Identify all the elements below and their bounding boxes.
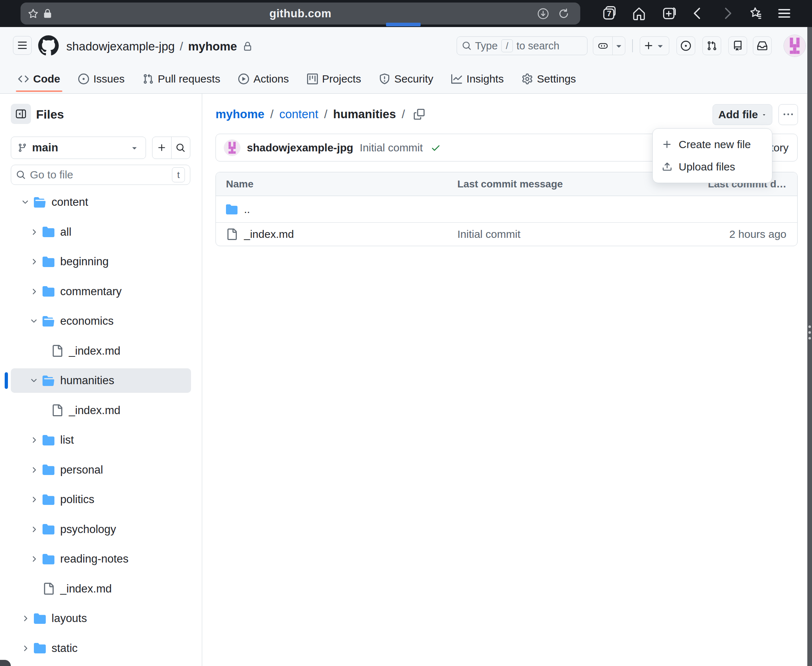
tab-projects[interactable]: Projects <box>307 64 361 93</box>
file-row-[interactable]: .. <box>216 196 797 223</box>
menu-item-create-new-file[interactable]: Create new file <box>653 134 772 156</box>
global-search-button[interactable]: Type / to search <box>457 36 588 55</box>
user-avatar[interactable] <box>784 35 806 57</box>
folder-icon <box>43 464 54 476</box>
repo-name-link[interactable]: myhome <box>188 40 237 53</box>
copy-path-button[interactable] <box>414 109 425 120</box>
url-text[interactable]: github.com <box>21 7 580 20</box>
scrollbar-handle[interactable] <box>809 325 811 340</box>
new-file-button[interactable] <box>152 137 171 158</box>
bookmarks-list-icon[interactable] <box>748 5 764 21</box>
chevron-right-icon[interactable] <box>30 436 38 444</box>
tree-item-content-0[interactable]: content <box>11 190 191 214</box>
chevron-down-icon[interactable] <box>21 198 30 206</box>
main-content: myhome / content / humanities / Add file… <box>202 94 812 666</box>
chevron-right-icon[interactable] <box>30 287 38 296</box>
tree-item-humanities-6[interactable]: humanities <box>11 368 191 393</box>
chevron-right-icon[interactable] <box>30 555 38 563</box>
chevron-right-icon[interactable] <box>21 614 30 623</box>
chevron-right-icon[interactable] <box>21 644 30 653</box>
menu-item-upload-files[interactable]: Upload files <box>653 156 772 178</box>
create-new-button[interactable] <box>640 36 669 55</box>
tab-label: Security <box>394 73 433 85</box>
chevron-right-icon[interactable] <box>30 495 38 504</box>
browser-menu-icon[interactable] <box>776 5 792 21</box>
tree-item-economics-4[interactable]: economics <box>11 309 191 333</box>
search-tree-button[interactable] <box>171 137 190 158</box>
tree-item-label: politics <box>60 493 94 506</box>
last-commit-message[interactable]: Initial commit <box>457 228 520 241</box>
tree-item-reading-notes-12[interactable]: reading-notes <box>11 547 191 571</box>
chevron-down-icon[interactable] <box>30 376 38 385</box>
tree-item-beginning-2[interactable]: beginning <box>11 249 191 274</box>
forward-icon[interactable] <box>720 5 735 21</box>
add-file-menu: Create new file Upload files <box>652 128 772 183</box>
chevron-right-icon[interactable] <box>30 525 38 534</box>
tab-code[interactable]: Code <box>18 64 60 93</box>
branch-selector[interactable]: main <box>11 137 146 159</box>
header-divider <box>632 39 633 52</box>
tab-insights[interactable]: Insights <box>451 64 504 93</box>
tab-actions[interactable]: Actions <box>238 64 289 93</box>
home-icon[interactable] <box>631 5 647 21</box>
address-bar[interactable]: github.com <box>21 3 580 25</box>
repo-book-icon <box>733 41 743 51</box>
tab-label: Actions <box>254 73 289 85</box>
notifications-button[interactable] <box>753 36 772 55</box>
commit-author-link[interactable]: shadowjexample-jpg <box>247 142 353 154</box>
tree-item-politics-10[interactable]: politics <box>11 487 191 512</box>
back-icon[interactable] <box>690 5 706 21</box>
refresh-icon[interactable] <box>557 7 570 20</box>
repo-owner-link[interactable]: shadowjexample-jpg <box>66 40 175 53</box>
tree-item-index-md-7[interactable]: _index.md <box>11 398 191 423</box>
inbox-icon <box>757 41 767 51</box>
commit-message-link[interactable]: Initial commit <box>360 142 423 154</box>
new-tab-icon[interactable] <box>661 5 677 21</box>
commit-author-avatar[interactable] <box>224 140 240 156</box>
file-name-link[interactable]: _index.md <box>244 228 294 241</box>
tab-settings[interactable]: Settings <box>522 64 576 93</box>
issues-button[interactable] <box>677 36 695 55</box>
file-row-index-md[interactable]: _index.md Initial commit 2 hours ago <box>216 223 797 246</box>
breadcrumb-parent-link[interactable]: content <box>279 107 318 121</box>
github-logo-icon[interactable] <box>38 35 59 56</box>
tree-item-psychology-11[interactable]: psychology <box>11 517 191 542</box>
tree-item-index-md-5[interactable]: _index.md <box>11 339 191 363</box>
tree-item-commentary-3[interactable]: commentary <box>11 279 191 304</box>
checks-status-icon[interactable] <box>431 143 441 153</box>
more-options-button[interactable] <box>779 104 798 125</box>
tab-security[interactable]: Security <box>379 64 433 93</box>
download-icon[interactable] <box>537 7 550 20</box>
tab-pull-requests[interactable]: Pull requests <box>143 64 220 93</box>
copilot-icon <box>598 40 608 51</box>
collapse-file-tree-button[interactable] <box>11 104 31 124</box>
tree-item-label: personal <box>60 463 103 476</box>
tree-item-personal-9[interactable]: personal <box>11 458 191 482</box>
add-file-button[interactable]: Add file <box>713 104 772 125</box>
chevron-right-icon[interactable] <box>30 257 38 266</box>
go-to-file-input[interactable] <box>30 169 168 181</box>
chevron-down-icon <box>655 41 665 51</box>
tree-item-static-15[interactable]: static <box>11 636 191 661</box>
chevron-right-icon[interactable] <box>30 466 38 474</box>
tree-item-all-1[interactable]: all <box>11 220 191 244</box>
tab-label: Projects <box>322 73 361 85</box>
folder-open-icon <box>34 196 46 208</box>
tree-item-index-md-13[interactable]: _index.md <box>11 577 191 601</box>
tab-issues[interactable]: Issues <box>78 64 125 93</box>
file-name-link[interactable]: .. <box>244 203 250 216</box>
github-menu-button[interactable] <box>13 36 32 55</box>
pull-requests-button[interactable] <box>702 36 721 55</box>
tree-item-label: beginning <box>60 255 109 268</box>
plus-icon <box>157 143 166 152</box>
chevron-right-icon[interactable] <box>30 228 38 236</box>
chevron-down-icon[interactable] <box>30 317 38 325</box>
tree-item-layouts-14[interactable]: layouts <box>11 606 191 631</box>
breadcrumb-repo-link[interactable]: myhome <box>216 107 265 121</box>
copilot-button[interactable] <box>593 36 625 55</box>
selected-item-indicator <box>5 372 8 389</box>
tree-item-list-8[interactable]: list <box>11 428 191 452</box>
folder-icon <box>226 204 237 215</box>
tab-counter-button[interactable]: 7 <box>601 5 617 21</box>
repositories-button[interactable] <box>728 36 747 55</box>
